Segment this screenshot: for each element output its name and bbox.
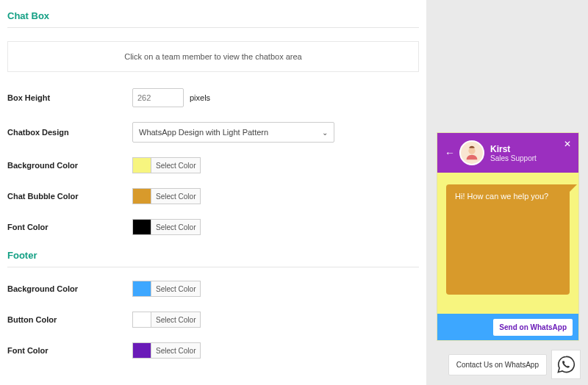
settings-panel: Chat Box Click on a team member to view …	[0, 0, 426, 385]
row-chatbox-design: Chatbox Design WhatsApp Design with Ligh…	[7, 122, 419, 143]
footer-bg-swatch	[133, 281, 151, 296]
back-arrow-icon[interactable]: ←	[445, 147, 455, 159]
label-box-height: Box Height	[7, 93, 132, 102]
row-footer-bg: Background Color Select Color	[7, 281, 419, 297]
select-color-button[interactable]: Select Color	[151, 189, 200, 204]
row-bg-color: Background Color Select Color	[7, 157, 419, 173]
chatbox-design-select[interactable]: WhatsApp Design with Light Pattern ⌄	[132, 122, 334, 143]
section-title-chatbox: Chat Box	[7, 10, 419, 21]
preview-panel: ← Kirst Sales Support ✕ Hi! How can we h…	[426, 0, 588, 385]
footer-bg-color-picker[interactable]: Select Color	[132, 281, 201, 297]
bg-color-swatch	[133, 158, 151, 173]
contact-us-button[interactable]: Contact Us on WhatsApp	[448, 354, 547, 375]
contact-bar: Contact Us on WhatsApp	[448, 350, 581, 379]
select-color-button[interactable]: Select Color	[151, 312, 200, 327]
close-icon[interactable]: ✕	[564, 139, 571, 149]
label-chatbox-design: Chatbox Design	[7, 128, 132, 137]
box-height-input[interactable]	[132, 88, 184, 107]
select-color-button[interactable]: Select Color	[151, 220, 200, 234]
bubble-color-picker[interactable]: Select Color	[132, 188, 201, 204]
footer-button-color-picker[interactable]: Select Color	[132, 312, 201, 328]
row-font-color: Font Color Select Color	[7, 219, 419, 235]
box-height-unit: pixels	[190, 93, 210, 102]
label-footer-font: Font Color	[7, 346, 132, 355]
whatsapp-icon	[556, 355, 576, 374]
chat-footer: Send on WhatsApp	[437, 314, 578, 340]
chevron-down-icon: ⌄	[322, 129, 328, 137]
avatar	[459, 140, 484, 165]
bubble-color-swatch	[133, 189, 151, 204]
divider	[7, 27, 419, 28]
row-footer-button: Button Color Select Color	[7, 312, 419, 328]
chat-bubble: Hi! How can we help you?	[446, 184, 570, 295]
chat-header: ← Kirst Sales Support ✕	[437, 133, 578, 173]
avatar-face-icon	[464, 145, 480, 161]
whatsapp-launcher-button[interactable]	[551, 350, 581, 379]
select-color-button[interactable]: Select Color	[151, 281, 200, 296]
chat-body: Hi! How can we help you?	[437, 173, 578, 314]
font-color-swatch	[133, 220, 151, 234]
bg-color-picker[interactable]: Select Color	[132, 157, 201, 173]
label-bg-color: Background Color	[7, 161, 132, 170]
footer-button-swatch	[133, 312, 151, 327]
footer-font-color-picker[interactable]: Select Color	[132, 342, 201, 359]
footer-font-swatch	[133, 343, 151, 358]
font-color-picker[interactable]: Select Color	[132, 219, 201, 235]
divider	[7, 267, 419, 267]
row-bubble-color: Chat Bubble Color Select Color	[7, 188, 419, 204]
row-footer-font: Font Color Select Color	[7, 342, 419, 359]
agent-info: Kirst Sales Support	[490, 144, 537, 162]
svg-point-0	[468, 148, 475, 154]
notice-banner: Click on a team member to view the chatb…	[7, 41, 419, 72]
greeting-text: Hi! How can we help you?	[455, 192, 548, 201]
select-color-button[interactable]: Select Color	[151, 343, 200, 358]
agent-name: Kirst	[490, 144, 537, 154]
section-title-footer: Footer	[7, 250, 419, 261]
chatbox-design-value: WhatsApp Design with Light Pattern	[139, 128, 268, 137]
agent-role: Sales Support	[490, 154, 537, 162]
send-on-whatsapp-button[interactable]: Send on WhatsApp	[493, 319, 573, 336]
label-footer-bg: Background Color	[7, 284, 132, 293]
label-footer-button: Button Color	[7, 315, 132, 324]
select-color-button[interactable]: Select Color	[151, 158, 200, 173]
label-bubble-color: Chat Bubble Color	[7, 192, 132, 201]
row-box-height: Box Height pixels	[7, 88, 419, 107]
chat-preview: ← Kirst Sales Support ✕ Hi! How can we h…	[437, 132, 579, 341]
label-font-color: Font Color	[7, 223, 132, 231]
